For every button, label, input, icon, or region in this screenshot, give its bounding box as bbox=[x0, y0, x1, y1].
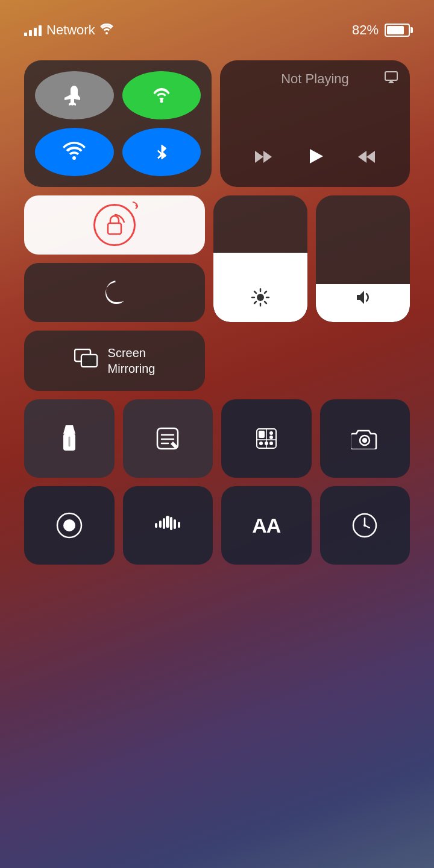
svg-point-29 bbox=[265, 442, 268, 445]
svg-point-4 bbox=[257, 294, 264, 301]
shortcuts-row1 bbox=[24, 399, 410, 478]
svg-line-9 bbox=[254, 291, 256, 293]
text-size-label: AA bbox=[252, 514, 280, 537]
svg-rect-40 bbox=[163, 518, 165, 529]
brightness-slider[interactable] bbox=[213, 195, 307, 322]
signal-bars bbox=[24, 24, 42, 36]
bar1 bbox=[24, 33, 27, 36]
row2-left bbox=[24, 195, 205, 322]
status-bar: Network 82% bbox=[0, 0, 434, 48]
svg-point-27 bbox=[269, 436, 273, 439]
screen-mirroring-icon bbox=[74, 349, 98, 373]
row2 bbox=[24, 195, 410, 322]
battery-percent: 82% bbox=[352, 22, 379, 38]
svg-line-10 bbox=[265, 302, 266, 303]
text-size-button[interactable]: AA bbox=[221, 486, 312, 565]
svg-rect-15 bbox=[82, 355, 96, 366]
control-center: Not Playing bbox=[24, 60, 410, 565]
brightness-icon bbox=[251, 288, 270, 311]
row3: ScreenMirroring bbox=[24, 331, 410, 391]
play-button[interactable] bbox=[303, 144, 327, 174]
screen-rotation-lock-button[interactable] bbox=[24, 195, 205, 255]
svg-point-28 bbox=[259, 442, 263, 445]
lock-icon-wrap bbox=[93, 204, 136, 246]
svg-point-1 bbox=[72, 156, 76, 160]
svg-point-26 bbox=[269, 431, 273, 435]
svg-rect-25 bbox=[259, 431, 265, 438]
calculator-button[interactable] bbox=[221, 399, 312, 478]
now-playing-panel: Not Playing bbox=[220, 60, 410, 187]
status-right: 82% bbox=[352, 22, 410, 38]
svg-rect-36 bbox=[159, 521, 162, 528]
svg-rect-35 bbox=[166, 516, 169, 528]
svg-rect-3 bbox=[108, 223, 121, 234]
bar4 bbox=[39, 25, 42, 36]
media-controls bbox=[232, 144, 398, 174]
svg-point-0 bbox=[160, 100, 163, 103]
airplay-button[interactable] bbox=[383, 70, 399, 89]
svg-point-30 bbox=[269, 442, 273, 445]
now-playing-title: Not Playing bbox=[232, 71, 398, 87]
svg-line-11 bbox=[265, 291, 266, 293]
shortcuts-row2: AA bbox=[24, 486, 410, 565]
screen-mirroring-label: ScreenMirroring bbox=[108, 345, 156, 376]
volume-icon bbox=[353, 288, 373, 311]
svg-point-32 bbox=[362, 438, 367, 443]
screen-record-button[interactable] bbox=[24, 486, 115, 565]
svg-point-45 bbox=[363, 524, 366, 527]
network-label: Network bbox=[46, 22, 95, 38]
flashlight-button[interactable] bbox=[24, 399, 115, 478]
svg-rect-37 bbox=[174, 519, 176, 529]
wifi-status-icon bbox=[100, 24, 113, 37]
camera-button[interactable] bbox=[320, 399, 410, 478]
screen-mirroring-button[interactable]: ScreenMirroring bbox=[24, 331, 205, 391]
svg-rect-38 bbox=[155, 523, 157, 528]
bar2 bbox=[29, 30, 32, 36]
svg-rect-2 bbox=[385, 72, 397, 80]
bluetooth-button[interactable] bbox=[122, 128, 201, 176]
svg-point-34 bbox=[63, 519, 75, 531]
bar3 bbox=[34, 28, 37, 36]
row1: Not Playing bbox=[24, 60, 410, 187]
svg-rect-41 bbox=[170, 517, 172, 530]
rewind-button[interactable] bbox=[253, 148, 274, 169]
wifi-button[interactable] bbox=[35, 128, 114, 176]
connectivity-panel bbox=[24, 60, 212, 187]
sound-recognition-button[interactable] bbox=[123, 486, 213, 565]
battery-fill bbox=[387, 26, 404, 34]
do-not-disturb-button[interactable] bbox=[24, 263, 205, 322]
notes-button[interactable] bbox=[123, 399, 213, 478]
svg-line-12 bbox=[254, 302, 256, 303]
airplane-mode-button[interactable] bbox=[35, 71, 114, 119]
svg-rect-39 bbox=[178, 522, 180, 528]
battery-icon bbox=[385, 24, 410, 37]
volume-slider[interactable] bbox=[316, 195, 410, 322]
cellular-button[interactable] bbox=[122, 71, 201, 119]
clock-button[interactable] bbox=[320, 486, 410, 565]
fast-forward-button[interactable] bbox=[356, 148, 377, 169]
status-left: Network bbox=[24, 22, 113, 38]
